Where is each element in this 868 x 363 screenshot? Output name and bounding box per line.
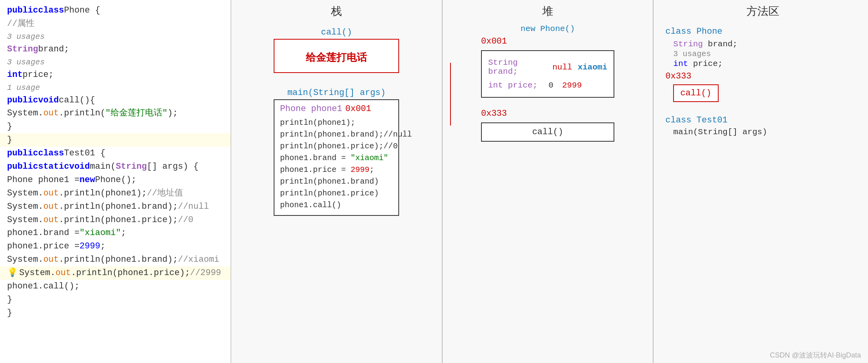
heap-addr2: 0x333 (481, 109, 614, 119)
heap-field-brand: String brand; null xiaomi (488, 58, 607, 76)
code-line-3: String brand; (0, 43, 231, 56)
code-line-22: } (0, 293, 231, 306)
code-line-23: } (0, 306, 231, 320)
heap-null-val: null (552, 63, 572, 72)
heap-addr1: 0x001 (481, 36, 614, 46)
method-field-price: int price; (673, 59, 723, 68)
method-panel: 方法区 class Phone String brand; 3 usages i… (654, 0, 868, 363)
method-call-box: call() (673, 84, 718, 102)
println-lines: println(phone1);println(phone1.brand);//… (280, 117, 393, 211)
code-line-20: 💡 System.out.println(phone1.price);//299… (0, 266, 231, 280)
code-line-14: System.out.println(phone1);//地址值 (0, 187, 231, 200)
heap-2999-val: 2999 (562, 81, 582, 90)
println-line-1: println(phone1.brand);//null (280, 129, 393, 140)
method-class1: class Phone (665, 27, 722, 36)
stack-title: 栈 (331, 4, 342, 19)
code-line-17: phone1.brand = "xiaomi"; (0, 226, 231, 240)
method-usage1: 3 usages (673, 49, 711, 58)
main-frame-label: main(String[] args) (274, 85, 399, 99)
light-bulb-icon: 💡 (7, 267, 18, 279)
call-frame: 给金莲打电话 (274, 39, 399, 73)
code-line-10: } (0, 133, 231, 147)
println-line-4: phone1.price = 2999; (280, 164, 393, 176)
code-line-16: System.out.println(phone1.price);//0 (0, 213, 231, 227)
heap-xiaomi-val: xiaomi (577, 63, 607, 72)
code-line-8: System.out.println("给金莲打电话"); (0, 107, 231, 120)
code-line-7: public void call(){ (0, 94, 231, 107)
code-line-21: phone1.call(); (0, 280, 231, 293)
println-line-3: phone1.brand = "xiaomi" (280, 152, 393, 164)
heap-method-container: 0x333 call() (481, 109, 614, 146)
heap-method-name: call() (487, 127, 608, 137)
heap-zero-val: 0 (548, 81, 554, 90)
println-line-6: println(phone1.price) (280, 188, 393, 199)
println-line-7: phone1.call() (280, 199, 393, 211)
method-field-brand: String brand; (673, 40, 737, 49)
code-line-2: 3 usages (0, 31, 231, 43)
phone-var-line: Phone phone1 0x001 (280, 104, 393, 114)
heap-phone-object: String brand; null xiaomi int price; 0 2… (481, 50, 614, 98)
code-line-19: System.out.println(phone1.brand);//xiaom… (0, 253, 231, 266)
code-line-0: public class Phone { (0, 4, 231, 17)
code-line-13: Phone phone1 = new Phone(); (0, 173, 231, 187)
method-main: main(String[] args) (673, 128, 767, 137)
stack-panel: 栈 call() 给金莲打电话 main(String[] args) Phon… (231, 0, 443, 363)
println-line-0: println(phone1); (280, 117, 393, 129)
code-line-1: //属性 (0, 17, 231, 31)
heap-new-phone: new Phone() (481, 24, 614, 33)
method-addr: 0x333 (665, 71, 691, 81)
heap-panel: 堆 new Phone() 0x001 String brand; null x… (443, 0, 654, 363)
main-frame: Phone phone1 0x001 println(phone1);print… (274, 99, 399, 216)
code-line-18: phone1.price = 2999; (0, 240, 231, 253)
code-lines: public class Phone { //属性 3 usages Strin… (0, 4, 231, 320)
println-line-5: println(phone1.brand) (280, 176, 393, 188)
println-line-2: println(phone1.price);//0 (280, 140, 393, 152)
code-line-5: int price; (0, 68, 231, 82)
code-line-9: } (0, 120, 231, 133)
code-line-15: System.out.println(phone1.brand);//null (0, 200, 231, 213)
code-line-12: public static void main(String[] args) { (0, 160, 231, 173)
code-line-4: 3 usages (0, 56, 231, 68)
code-line-11: public class Test01 { (0, 147, 231, 160)
method-class2: class Test01 (665, 115, 727, 125)
call-frame-label: call() (274, 24, 399, 39)
stack-wrapper: call() 给金莲打电话 main(String[] args) Phone … (239, 24, 434, 221)
watermark: CSDN @波波玩转AI·BigData (770, 350, 861, 360)
call-frame-content: 给金莲打电话 (280, 44, 393, 68)
heap-object-container: new Phone() 0x001 String brand; null xia… (481, 24, 614, 102)
diagram-area: 栈 call() 给金莲打电话 main(String[] args) Phon… (231, 0, 868, 363)
phone-var-text: Phone phone1 (280, 104, 342, 114)
method-title: 方法区 (746, 4, 779, 19)
phone-addr-text: 0x001 (345, 104, 371, 114)
heap-title: 堆 (542, 4, 553, 19)
code-line-6: 1 usage (0, 82, 231, 94)
heap-field-price: int price; 0 2999 (488, 81, 607, 90)
heap-method-box: call() (481, 122, 614, 142)
code-panel: public class Phone { //属性 3 usages Strin… (0, 0, 231, 363)
